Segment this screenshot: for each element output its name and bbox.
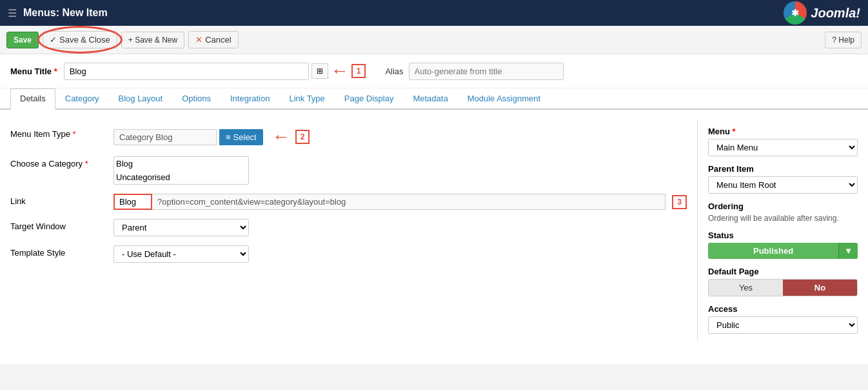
link-rest-value: ?option=com_content&view=category&layout… <box>152 194 666 210</box>
sidebar-default-page-label: Default Page <box>708 267 858 276</box>
select-button[interactable]: ≡ Select <box>219 129 263 145</box>
badge-2: 2 <box>295 130 310 144</box>
template-style-control: - Use Default - <box>113 245 687 263</box>
tab-link-type[interactable]: Link Type <box>279 88 334 108</box>
arrow-2: ← <box>272 127 290 147</box>
page-title: Menus: New Item <box>23 7 108 19</box>
tab-integration[interactable]: Integration <box>221 88 279 108</box>
save-close-wrapper: ✓ Save & Close <box>43 31 117 48</box>
left-main: Menu Item Type * Category Blog ≡ Select … <box>0 119 697 342</box>
target-window-control: Parent <box>113 219 687 236</box>
status-dropdown-arrow[interactable]: ▼ <box>838 243 858 259</box>
link-control: Blog ?option=com_content&view=category&l… <box>113 194 687 210</box>
sidebar-menu-label: Menu * <box>708 127 858 136</box>
menu-title-label: Menu Title * <box>10 67 57 76</box>
save-new-button[interactable]: + Save & New <box>121 32 184 48</box>
content-wrap: Menu Item Type * Category Blog ≡ Select … <box>0 119 868 342</box>
tab-blog-layout[interactable]: Blog Layout <box>109 88 173 108</box>
menu-item-type-row: Menu Item Type * Category Blog ≡ Select … <box>10 127 687 147</box>
help-button[interactable]: ? Help <box>825 32 862 48</box>
joomla-logo: ✱ Joomla! <box>784 1 860 25</box>
alias-input[interactable] <box>409 63 564 80</box>
badge-3: 3 <box>672 195 687 209</box>
menu-title-input[interactable] <box>64 63 309 80</box>
target-window-row: Target Window Parent <box>10 219 687 236</box>
sidebar-access-select[interactable]: Public <box>708 316 858 334</box>
link-label: Link <box>10 194 113 206</box>
alias-label: Alias <box>385 67 403 76</box>
title-icon-button[interactable]: ⊞ <box>311 63 328 79</box>
link-highlight-value: Blog <box>113 194 152 210</box>
default-page-yes[interactable]: Yes <box>709 280 783 296</box>
category-option-uncategorised[interactable]: Uncategorised <box>114 170 248 184</box>
tab-module-assignment[interactable]: Module Assignment <box>458 88 550 108</box>
menu-item-type-label: Menu Item Type * <box>10 127 113 139</box>
status-published: Published <box>708 243 838 259</box>
checkmark-icon: ✓ <box>50 35 57 45</box>
toolbar: Save ✓ Save & Close + Save & New ✕ Cance… <box>0 26 868 54</box>
template-style-row: Template Style - Use Default - <box>10 245 687 263</box>
sidebar-parent-item-select[interactable]: Menu Item Root <box>708 176 858 194</box>
sidebar-access-label: Access <box>708 304 858 314</box>
tab-options[interactable]: Options <box>172 88 221 108</box>
grid-menu-icon[interactable]: ☰ <box>8 7 17 19</box>
target-window-label: Target Window <box>10 219 113 231</box>
menu-item-type-control: Category Blog ≡ Select ← 2 <box>113 127 687 147</box>
choose-category-control: Blog Uncategorised <box>113 156 687 185</box>
choose-category-label: Choose a Category * <box>10 156 113 169</box>
tab-page-display[interactable]: Page Display <box>335 88 404 108</box>
sidebar-status-label: Status <box>708 231 858 240</box>
menu-type-row: Category Blog ≡ Select ← 2 <box>113 127 687 147</box>
right-side: Menu * Main Menu Parent Item Menu Item R… <box>697 119 868 342</box>
default-page-row: Yes No <box>708 279 858 296</box>
list-icon: ≡ <box>226 132 231 142</box>
joomla-logo-text: Joomla! <box>811 6 860 21</box>
badge-1: 1 <box>351 64 366 78</box>
save-close-button[interactable]: ✓ Save & Close <box>43 31 117 48</box>
target-window-select[interactable]: Parent <box>113 219 249 236</box>
sidebar-ordering-text: Ordering will be available after saving. <box>708 214 858 223</box>
sidebar-parent-item-label: Parent Item <box>708 164 858 174</box>
tab-details[interactable]: Details <box>10 88 55 110</box>
category-select[interactable]: Blog Uncategorised <box>113 156 249 185</box>
arrow-1: ← <box>331 61 349 81</box>
link-row: Link Blog ?option=com_content&view=categ… <box>10 194 687 210</box>
tabs-row: Details Category Blog Layout Options Int… <box>0 88 868 110</box>
template-style-label: Template Style <box>10 245 113 258</box>
tab-category[interactable]: Category <box>55 88 109 108</box>
menu-type-text: Category Blog <box>113 129 217 145</box>
main-content: Menu Title * ⊞ ← 1 Alias Details Categor… <box>0 54 868 364</box>
category-option-blog[interactable]: Blog <box>114 157 248 170</box>
sidebar-ordering-label: Ordering <box>708 201 858 211</box>
tab-metadata[interactable]: Metadata <box>403 88 457 108</box>
status-bar: Published ▼ <box>708 243 858 259</box>
cancel-button[interactable]: ✕ Cancel <box>188 31 238 48</box>
save-button[interactable]: Save <box>6 32 39 48</box>
default-page-no[interactable]: No <box>783 280 857 296</box>
sidebar-menu-select[interactable]: Main Menu <box>708 139 858 156</box>
template-style-select[interactable]: - Use Default - <box>113 245 249 263</box>
required-star: * <box>54 67 57 76</box>
joomla-icon: ✱ <box>784 1 807 25</box>
navbar: ☰ Menus: New Item ✱ Joomla! <box>0 0 868 26</box>
x-icon: ✕ <box>195 35 202 45</box>
choose-category-row: Choose a Category * Blog Uncategorised <box>10 156 687 185</box>
